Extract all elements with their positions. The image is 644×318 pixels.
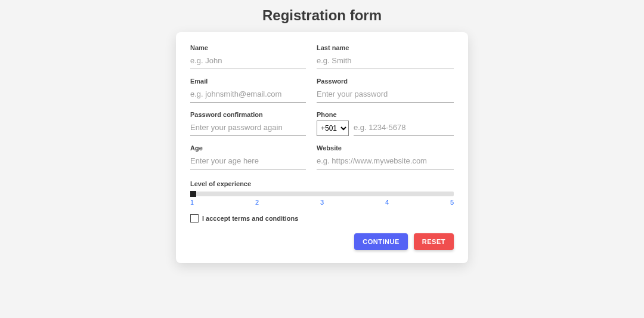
reset-button[interactable]: RESET bbox=[414, 233, 454, 250]
name-input[interactable] bbox=[190, 54, 306, 69]
password-input[interactable] bbox=[317, 87, 454, 103]
phone-prefix-select[interactable]: +501 bbox=[317, 121, 349, 136]
tick-4: 4 bbox=[385, 199, 389, 206]
password-label: Password bbox=[317, 78, 454, 85]
email-field: Email bbox=[190, 78, 306, 103]
password-confirm-input[interactable] bbox=[190, 121, 306, 136]
name-label: Name bbox=[190, 44, 306, 51]
lastname-label: Last name bbox=[317, 44, 454, 51]
name-field: Name bbox=[190, 44, 306, 69]
continue-button[interactable]: CONTINUE bbox=[354, 233, 407, 250]
phone-input[interactable] bbox=[354, 121, 454, 136]
phone-label: Phone bbox=[317, 111, 454, 118]
button-row: CONTINUE RESET bbox=[190, 233, 454, 250]
phone-field: Phone +501 bbox=[317, 111, 454, 136]
terms-checkbox[interactable] bbox=[190, 214, 199, 223]
lastname-input[interactable] bbox=[317, 54, 454, 69]
age-input[interactable] bbox=[190, 154, 306, 169]
experience-label: Level of experience bbox=[190, 180, 454, 187]
tick-1: 1 bbox=[190, 199, 194, 206]
terms-row[interactable]: I acccept terms and conditions bbox=[190, 214, 454, 223]
tick-3: 3 bbox=[320, 199, 324, 206]
age-field: Age bbox=[190, 144, 306, 169]
experience-thumb[interactable] bbox=[190, 191, 196, 197]
password-confirm-field: Password confirmation bbox=[190, 111, 306, 136]
terms-label: I acccept terms and conditions bbox=[202, 215, 298, 222]
password-field: Password bbox=[317, 78, 454, 103]
tick-2: 2 bbox=[255, 199, 259, 206]
tick-5: 5 bbox=[450, 199, 454, 206]
page-title: Registration form bbox=[0, 7, 644, 24]
email-label: Email bbox=[190, 78, 306, 85]
experience-slider[interactable] bbox=[190, 192, 454, 196]
age-label: Age bbox=[190, 144, 306, 152]
registration-card: Name Last name Email Password Password c… bbox=[176, 32, 468, 263]
lastname-field: Last name bbox=[317, 44, 454, 69]
website-field: Website bbox=[317, 144, 454, 169]
website-label: Website bbox=[317, 144, 454, 152]
experience-field: Level of experience 1 2 3 4 5 bbox=[190, 180, 454, 206]
website-input[interactable] bbox=[317, 154, 454, 169]
experience-ticks: 1 2 3 4 5 bbox=[190, 199, 454, 206]
email-input[interactable] bbox=[190, 87, 306, 103]
password-confirm-label: Password confirmation bbox=[190, 111, 306, 118]
